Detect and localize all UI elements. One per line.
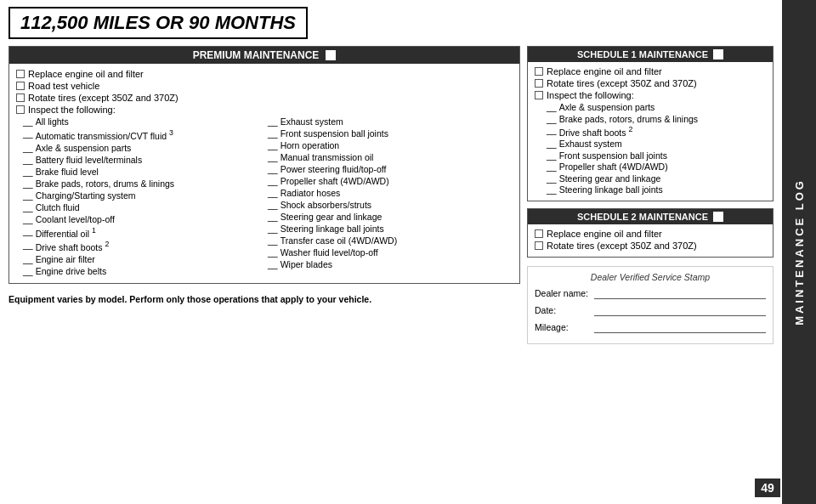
- item-text: Power steering fluid/top-off: [280, 164, 387, 174]
- item-text: Axle & suspension parts: [36, 143, 132, 153]
- schedule2-box: SCHEDULE 2 MAINTENANCE Replace engine oi…: [527, 208, 774, 258]
- list-item: __Engine air filter: [23, 254, 261, 264]
- list-item: __Power steering fluid/top-off: [268, 164, 506, 174]
- footer-note: Equipment varies by model. Perform only …: [8, 294, 520, 304]
- list-item: __Manual transmission oil: [268, 152, 506, 162]
- item-text: Exhaust system: [559, 139, 622, 149]
- list-item: __Shock absorbers/struts: [268, 200, 506, 210]
- checkbox-icon: [535, 67, 543, 76]
- checkbox-item: Inspect the following:: [535, 90, 766, 100]
- checkbox-icon: [16, 93, 25, 102]
- premium-body: Replace engine oil and filter Road test …: [9, 64, 519, 283]
- list-item: __Axle & suspension parts: [23, 143, 261, 153]
- list-item: __Front suspension ball joints: [547, 150, 766, 161]
- list-item: __Steering gear and linkage: [547, 173, 766, 184]
- left-panel: PREMIUM MAINTENANCE Replace engine oil a…: [8, 46, 520, 344]
- list-item: __Differential oil 1: [23, 226, 261, 239]
- schedule2-header: SCHEDULE 2 MAINTENANCE: [528, 209, 773, 224]
- list-item: __All lights: [23, 116, 261, 127]
- header-square-icon: [326, 50, 336, 60]
- item-label: Inspect the following:: [547, 90, 634, 100]
- page-title: 112,500 MILES OR 90 MONTHS: [20, 12, 296, 33]
- dealer-name-label: Dealer name:: [535, 288, 594, 298]
- item-text: Steering linkage ball joints: [559, 184, 663, 195]
- item-text: Exhaust system: [280, 116, 343, 127]
- item-text: Coolant level/top-off: [36, 214, 115, 224]
- checkbox-item: Rotate tires (except 350Z and 370Z): [535, 241, 766, 251]
- list-item: __Brake pads, rotors, drums & linings: [547, 114, 766, 124]
- checkbox-icon: [16, 105, 25, 114]
- col-right: __Exhaust system __Front suspension ball…: [264, 116, 509, 278]
- header-square-icon: [713, 212, 723, 222]
- item-text: Brake pads, rotors, drums & linings: [36, 178, 174, 189]
- premium-box: PREMIUM MAINTENANCE Replace engine oil a…: [8, 46, 520, 284]
- list-item: __Propeller shaft (4WD/AWD): [268, 176, 506, 186]
- item-text: Steering gear and linkage: [280, 212, 382, 222]
- list-item: __Radiator hoses: [268, 188, 506, 198]
- item-text: Transfer case oil (4WD/AWD): [280, 235, 398, 246]
- dealer-date-label: Date:: [535, 305, 594, 315]
- dealer-section: Dealer Verified Service Stamp Dealer nam…: [527, 266, 774, 344]
- item-text: Engine drive belts: [36, 266, 106, 276]
- item-text: Brake fluid level: [36, 167, 99, 177]
- checkbox-item: Inspect the following:: [16, 105, 513, 115]
- list-item: __Exhaust system: [547, 139, 766, 149]
- checkbox-item: Road test vehicle: [16, 81, 513, 91]
- list-item: __Brake fluid level: [23, 167, 261, 177]
- list-item: __Steering gear and linkage: [268, 212, 506, 222]
- list-item: __Exhaust system: [268, 116, 506, 127]
- item-text: All lights: [36, 116, 69, 127]
- dealer-mileage-label: Mileage:: [535, 322, 594, 332]
- list-item: __Front suspension ball joints: [268, 128, 506, 139]
- item-text: Charging/Starting system: [36, 190, 136, 201]
- title-banner: 112,500 MILES OR 90 MONTHS: [8, 7, 308, 39]
- item-text: Brake pads, rotors, drums & linings: [559, 114, 698, 124]
- item-text: Horn operation: [280, 140, 339, 150]
- list-item: __Propeller shaft (4WD/AWD): [547, 161, 766, 172]
- premium-title: PREMIUM MAINTENANCE: [193, 49, 320, 61]
- dealer-name-underline: [594, 287, 766, 299]
- schedule1-header: SCHEDULE 1 MAINTENANCE: [528, 47, 773, 62]
- item-text: Automatic transmission/CVT fluid 3: [36, 128, 173, 141]
- item-label: Inspect the following:: [28, 105, 116, 115]
- item-label: Road test vehicle: [28, 81, 99, 91]
- item-text: Manual transmission oil: [280, 152, 374, 162]
- list-item: __Automatic transmission/CVT fluid 3: [23, 128, 261, 141]
- checkbox-item: Replace engine oil and filter: [16, 69, 513, 79]
- list-item: __Drive shaft boots 2: [547, 125, 766, 138]
- item-text: Shock absorbers/struts: [280, 200, 371, 210]
- list-item: __Drive shaft boots 2: [23, 240, 261, 252]
- list-item: __Clutch fluid: [23, 202, 261, 212]
- item-text: Drive shaft boots 2: [559, 125, 633, 138]
- item-text: Engine air filter: [36, 254, 95, 264]
- item-label: Rotate tires (except 350Z and 370Z): [547, 78, 697, 88]
- list-item: __Wiper blades: [268, 259, 506, 269]
- schedule1-box: SCHEDULE 1 MAINTENANCE Replace engine oi…: [527, 46, 774, 201]
- list-item: __Battery fluid level/terminals: [23, 155, 261, 165]
- item-label: Replace engine oil and filter: [547, 229, 662, 239]
- checkbox-item: Rotate tires (except 350Z and 370Z): [535, 78, 766, 88]
- dealer-mileage-underline: [594, 321, 766, 333]
- list-item: __Horn operation: [268, 140, 506, 150]
- schedule2-title: SCHEDULE 2 MAINTENANCE: [577, 212, 708, 222]
- header-square-icon: [713, 49, 723, 59]
- list-item: __Axle & suspension parts: [547, 102, 766, 112]
- page-number: 49: [755, 479, 780, 497]
- checkbox-item: Replace engine oil and filter: [535, 229, 766, 239]
- list-item: __Engine drive belts: [23, 266, 261, 276]
- col-left: __All lights __Automatic transmission/CV…: [20, 116, 264, 278]
- checkbox-icon: [535, 79, 543, 88]
- item-label: Rotate tires (except 350Z and 370Z): [28, 93, 178, 103]
- schedule1-body: Replace engine oil and filter Rotate tir…: [528, 62, 773, 201]
- list-item: __Brake pads, rotors, drums & linings: [23, 178, 261, 189]
- item-text: Propeller shaft (4WD/AWD): [280, 176, 389, 186]
- item-text: Axle & suspension parts: [559, 102, 655, 112]
- checkbox-icon: [535, 229, 543, 238]
- checkbox-icon: [535, 241, 543, 250]
- indent-items: __Axle & suspension parts __Brake pads, …: [535, 102, 766, 195]
- schedule1-title: SCHEDULE 1 MAINTENANCE: [577, 49, 708, 59]
- item-text: Steering linkage ball joints: [280, 224, 384, 234]
- premium-header: PREMIUM MAINTENANCE: [9, 47, 519, 64]
- checkbox-item: Replace engine oil and filter: [535, 66, 766, 76]
- item-text: Differential oil 1: [36, 226, 96, 239]
